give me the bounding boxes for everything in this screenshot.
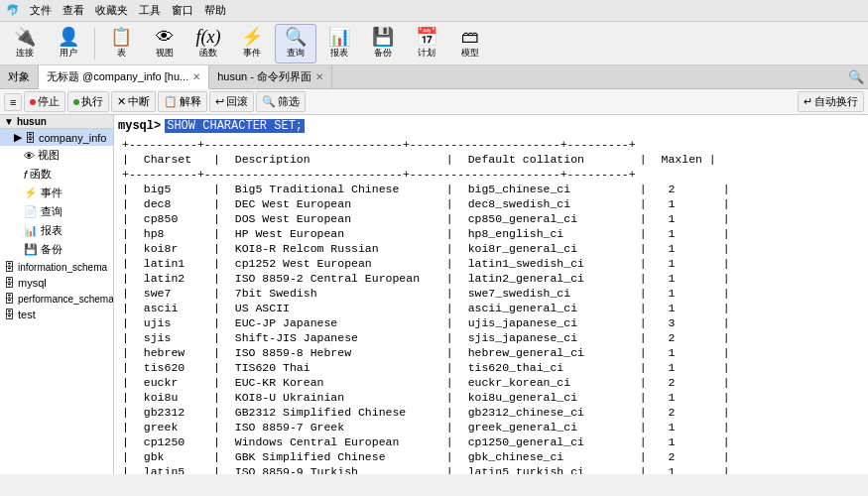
sidebar-item-company-label: company_info	[39, 132, 107, 144]
btn-table-label: 表	[117, 47, 126, 60]
sidebar-section-husun[interactable]: ▼ husun	[0, 115, 113, 129]
action-autowrap-btn[interactable]: ↵ 自动换行	[798, 91, 864, 112]
btn-backup[interactable]: 💾 备份	[362, 24, 404, 63]
cell-charset-3: hp8	[133, 226, 209, 241]
pipe-r16-2: |	[209, 420, 224, 434]
cell-maxlen-14: 1 |	[651, 390, 734, 405]
cell-maxlen-1: 1 |	[651, 196, 734, 211]
sidebar-item-mysql[interactable]: 🗄 mysql	[0, 275, 113, 291]
sidebar-item-information-schema[interactable]: 🗄 information_schema	[0, 259, 113, 275]
cell-description-8: US ASCII	[224, 301, 442, 315]
pipe-r3-2: |	[209, 226, 224, 241]
pipe-r3-4: |	[636, 226, 651, 241]
btn-model-label: 模型	[461, 47, 479, 60]
action-filter-btn[interactable]: 🔍 筛选	[256, 91, 306, 112]
sidebar-item-backup-label: 备份	[41, 242, 62, 257]
cell-description-1: DEC West European	[224, 196, 442, 211]
sidebar-item-reports[interactable]: 📊 报表	[0, 221, 113, 240]
tab-command[interactable]: husun - 命令列界面 ✕	[209, 65, 332, 88]
menu-favorites[interactable]: 收藏夹	[91, 2, 132, 18]
content-area[interactable]: mysql> SHOW CHARACTER SET; +----------+-…	[114, 115, 868, 474]
tab-search-icon[interactable]: 🔍	[848, 69, 864, 84]
btn-event[interactable]: ⚡ 事件	[231, 24, 273, 63]
btn-table[interactable]: 📋 表	[100, 24, 142, 63]
sidebar-item-functions[interactable]: f 函数	[0, 165, 113, 184]
pipe-r7-2: |	[209, 286, 224, 301]
pipe-3: |	[442, 152, 457, 167]
menu-tools[interactable]: 工具	[135, 2, 165, 18]
sidebar-section-label: husun	[17, 116, 47, 127]
sidebar-item-test[interactable]: 🗄 test	[0, 307, 113, 322]
btn-schedule[interactable]: 📅 计划	[406, 24, 447, 63]
menu-window[interactable]: 窗口	[168, 2, 197, 18]
sidebar-item-queries-label: 查询	[41, 204, 62, 219]
menu-file[interactable]: 文件	[26, 2, 56, 18]
cell-maxlen-13: 2 |	[651, 375, 734, 390]
pipe-r19-2: |	[209, 464, 224, 474]
pipe-r14-3: |	[442, 390, 457, 405]
filter-icon: 🔍	[262, 95, 276, 108]
menu-help[interactable]: 帮助	[200, 2, 230, 18]
action-run-btn[interactable]: 执行	[67, 91, 109, 112]
table-top-divider: +----------+----------------------------…	[118, 137, 734, 152]
sidebar-item-events[interactable]: ⚡ 事件	[0, 184, 113, 202]
cell-maxlen-6: 1 |	[651, 271, 734, 286]
action-explain-btn[interactable]: 📋 解释	[158, 91, 207, 112]
btn-view[interactable]: 👁 视图	[144, 24, 186, 63]
tab-bar: 对象 无标题 @company_info [hu... ✕ husun - 命令…	[0, 65, 868, 89]
query-sub-icon: 📄	[24, 205, 38, 218]
cell-maxlen-11: 1 |	[651, 345, 734, 360]
tab-query[interactable]: 无标题 @company_info [hu... ✕	[39, 65, 209, 89]
cell-collation-4: koi8r_general_ci	[457, 241, 636, 256]
btn-report-label: 报表	[330, 47, 348, 60]
sidebar-item-company-info[interactable]: ▶ 🗄 company_info	[0, 129, 113, 146]
action-stop-btn[interactable]: 停止	[24, 91, 65, 112]
pipe-r18-2: |	[209, 449, 224, 464]
btn-connect[interactable]: 🔌 连接	[4, 24, 46, 63]
pipe-r9-3: |	[442, 315, 457, 330]
sidebar-item-backup[interactable]: 💾 备份	[0, 240, 113, 259]
sidebar-item-queries[interactable]: 📄 查询	[0, 202, 113, 221]
pipe-r6-2: |	[209, 271, 224, 286]
pipe-r16-3: |	[442, 420, 457, 434]
btn-function[interactable]: f(x) 函数	[187, 24, 229, 63]
tab-query-close[interactable]: ✕	[192, 71, 200, 82]
btn-model[interactable]: 🗃 模型	[449, 24, 491, 63]
action-menu-btn[interactable]: ≡	[4, 93, 22, 111]
table-row: | koi8u | KOI8-U Ukrainian | koi8u_gener…	[118, 390, 734, 405]
table-row: | hp8 | HP West European | hp8_english_c…	[118, 226, 734, 241]
cell-collation-11: hebrew_general_ci	[457, 345, 636, 360]
sidebar-item-views[interactable]: 👁 视图	[0, 146, 113, 165]
toolbar-separator-1	[94, 28, 95, 60]
sidebar: ▼ husun ▶ 🗄 company_info 👁 视图 f 函数 ⚡ 事件 …	[0, 115, 114, 474]
cell-charset-17: cp1250	[133, 434, 209, 449]
action-rollback-btn[interactable]: ↩ 回滚	[209, 91, 254, 112]
tab-command-close[interactable]: ✕	[315, 71, 323, 82]
stop-dot-icon	[30, 99, 36, 105]
pipe-r17-3: |	[442, 434, 457, 449]
table-row: | sjis | Shift-JIS Japanese | sjis_japan…	[118, 330, 734, 345]
table-mid-divider: +----------+----------------------------…	[118, 167, 734, 182]
schedule-icon: 📅	[416, 28, 437, 46]
action-interrupt-btn[interactable]: ✕ 中断	[111, 91, 156, 112]
tab-object[interactable]: 对象	[0, 65, 39, 88]
sidebar-item-performance[interactable]: 🗄 performance_schema	[0, 291, 113, 307]
table-row: | gbk | GBK Simplified Chinese | gbk_chi…	[118, 449, 734, 464]
pipe-r0-4: |	[636, 182, 651, 196]
btn-connect-label: 连接	[16, 47, 34, 60]
cell-charset-14: koi8u	[133, 390, 209, 405]
menu-view[interactable]: 查看	[59, 2, 88, 18]
cell-description-17: Windows Central European	[224, 434, 442, 449]
btn-user[interactable]: 👤 用户	[48, 24, 89, 63]
btn-backup-label: 备份	[374, 47, 392, 60]
run-dot-icon	[73, 99, 79, 105]
btn-report[interactable]: 📊 报表	[318, 24, 360, 63]
table-row: | gb2312 | GB2312 Simplified Chinese | g…	[118, 405, 734, 420]
col-maxlen-header: Maxlen |	[651, 152, 734, 167]
pipe-r8-1: |	[118, 301, 133, 315]
btn-query[interactable]: 🔍 查询	[275, 24, 316, 63]
pipe-r2-4: |	[636, 211, 651, 226]
pipe-r10-2: |	[209, 330, 224, 345]
pipe-r15-2: |	[209, 405, 224, 420]
pipe-r18-4: |	[636, 449, 651, 464]
